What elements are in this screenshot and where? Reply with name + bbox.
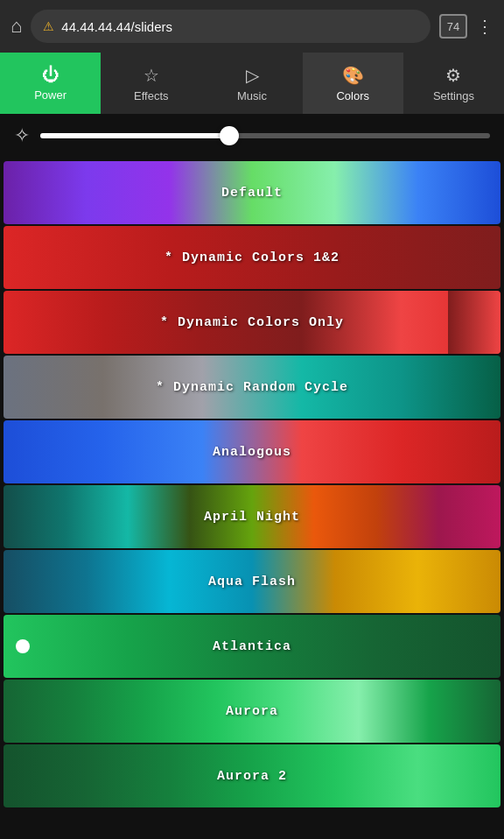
effects-icon: ☆ <box>144 65 159 86</box>
color-item-dynamic-colors-only[interactable]: * Dynamic Colors Only <box>4 291 500 354</box>
tab-power-label: Power <box>34 88 66 102</box>
color-item-label: Atlantica <box>213 639 291 654</box>
tab-settings[interactable]: ⚙ Settings <box>403 53 504 114</box>
brightness-row: ✧ <box>0 114 504 158</box>
tab-music-label: Music <box>237 89 267 102</box>
tabs-badge[interactable]: 74 <box>439 14 467 39</box>
tab-music[interactable]: ▷ Music <box>201 53 302 114</box>
tab-colors[interactable]: 🎨 Colors <box>303 53 403 114</box>
tab-power[interactable]: ⏻ Power <box>0 53 101 114</box>
url-text: 44.44.44.44/sliders <box>61 19 172 34</box>
color-item-default[interactable]: Default <box>4 161 500 224</box>
tab-effects-label: Effects <box>134 89 169 102</box>
brightness-icon: ✧ <box>14 124 30 147</box>
color-item-aurora-2[interactable]: Aurora 2 <box>4 744 500 807</box>
color-list: Default * Dynamic Colors 1&2 * Dynamic C… <box>0 158 504 839</box>
color-item-atlantica[interactable]: Atlantica <box>4 615 500 678</box>
color-item-label: * Dynamic Colors Only <box>160 315 344 330</box>
color-item-label: Aurora <box>226 704 278 719</box>
tab-effects[interactable]: ☆ Effects <box>101 53 201 114</box>
color-item-dynamic-random-cycle[interactable]: * Dynamic Random Cycle <box>4 356 500 419</box>
color-item-analogous[interactable]: Analogous <box>4 420 500 483</box>
tab-colors-label: Colors <box>336 89 369 102</box>
color-item-aqua-flash[interactable]: Aqua Flash <box>4 550 500 613</box>
home-icon[interactable]: ⌂ <box>10 15 22 38</box>
url-bar[interactable]: ⚠ 44.44.44.44/sliders <box>31 10 430 43</box>
color-item-label: * Dynamic Colors 1&2 <box>164 250 340 265</box>
color-item-label: Analogous <box>213 445 291 460</box>
colors-icon: 🎨 <box>342 65 364 86</box>
browser-menu-icon[interactable]: ⋮ <box>476 16 494 37</box>
tabs-count: 74 <box>447 20 459 33</box>
color-item-label: Default <box>221 186 283 201</box>
color-item-label: Aqua Flash <box>208 575 296 589</box>
color-item-april-night[interactable]: April Night <box>4 485 500 548</box>
slider-thumb[interactable] <box>220 126 239 145</box>
nav-tabs: ⏻ Power ☆ Effects ▷ Music 🎨 Colors ⚙ Set… <box>0 53 504 114</box>
color-item-aurora[interactable]: Aurora <box>4 680 500 743</box>
color-item-label: * Dynamic Random Cycle <box>156 380 348 395</box>
power-icon: ⏻ <box>42 65 60 85</box>
color-item-dynamic-colors-1-2[interactable]: * Dynamic Colors 1&2 <box>4 226 500 289</box>
music-icon: ▷ <box>246 65 259 86</box>
tab-settings-label: Settings <box>433 89 474 102</box>
warning-icon: ⚠ <box>43 19 54 33</box>
slider-fill <box>40 133 229 138</box>
browser-bar: ⌂ ⚠ 44.44.44.44/sliders 74 ⋮ <box>0 0 504 53</box>
selected-dot <box>16 639 30 653</box>
color-item-label: April Night <box>204 510 300 525</box>
brightness-slider[interactable] <box>40 133 490 138</box>
settings-icon: ⚙ <box>445 65 461 86</box>
color-item-label: Aurora 2 <box>217 769 287 784</box>
